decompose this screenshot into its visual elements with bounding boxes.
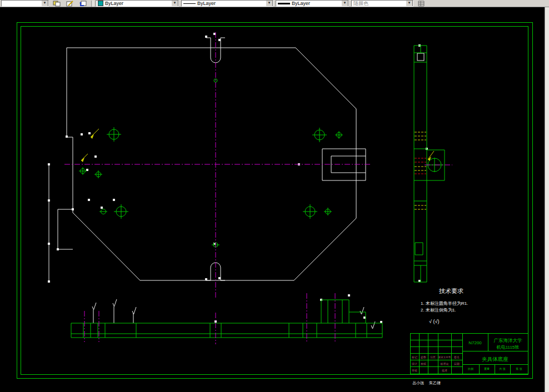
make-object-layer-current-icon xyxy=(66,1,74,7)
tech-note-2: 2. 未标注倒角为1. xyxy=(421,308,456,313)
drawing-canvas[interactable]: 技术要求 1. 未标注圆角半径为R1. 2. 未标注倒角为1. √ (√) 丛小… xyxy=(0,0,549,392)
cell-label: 更改文件号 xyxy=(438,355,451,359)
lineweight-swatch-icon xyxy=(278,3,290,4)
color-swatch-icon xyxy=(98,1,103,6)
hole xyxy=(99,209,107,214)
checker-name: 朱乙锺 xyxy=(429,381,441,385)
layer-properties-icon xyxy=(53,1,61,7)
finish-note: √ (√) xyxy=(429,319,439,324)
chevron-down-icon[interactable]: ▼ xyxy=(171,0,178,7)
finish-leaders xyxy=(93,306,133,323)
color-control-value: ByLayer xyxy=(105,1,123,6)
linetype-control[interactable]: ByLayer ▼ xyxy=(181,0,273,7)
cell-label: 日期 xyxy=(454,362,460,366)
lineweight-control-value: ByLayer xyxy=(292,1,310,6)
finish-mark xyxy=(371,321,375,329)
designer-name: 丛小强 xyxy=(412,381,424,385)
hole xyxy=(94,170,102,178)
cell-label: 分区 xyxy=(430,355,436,359)
finish-mark xyxy=(132,307,136,314)
cell-label: 批准 xyxy=(442,369,447,373)
side-view xyxy=(414,46,445,282)
cell-label: 比例 xyxy=(468,367,473,371)
drawing-number: N7200 xyxy=(468,340,482,345)
linetype-control-value: ByLayer xyxy=(197,1,216,6)
hole xyxy=(312,128,327,142)
layer-previous-icon xyxy=(79,1,87,7)
hole xyxy=(114,204,128,219)
layer-properties-button[interactable] xyxy=(51,0,62,7)
plotstyle-control[interactable]: 随颜色 ▼ xyxy=(351,0,413,7)
title-block-grid-labels: 标记 处数 分区 更改文件号 签名 设计 校核 标准化 日期 审核 批准 xyxy=(411,355,460,373)
properties-toolbar: ▼ ByLayer ▼ ByLayer ▼ ByLayer ▼ xyxy=(0,0,549,7)
plotstyle-control-value: 随颜色 xyxy=(353,0,368,7)
grip-points xyxy=(48,33,428,323)
finish-mark xyxy=(360,307,364,314)
hole xyxy=(79,167,87,175)
title-block-text: N7200 广东海洋大学 机电1115班 夹具体底座 比例 重量 共 张 第 张 xyxy=(468,338,522,371)
hole xyxy=(107,127,121,142)
lineweight-control[interactable]: ByLayer ▼ xyxy=(276,0,349,7)
cell-label: 共 张 xyxy=(499,367,505,371)
hole xyxy=(324,208,332,215)
hole xyxy=(303,204,317,219)
cell-label: 校核 xyxy=(420,362,426,365)
chevron-down-icon[interactable]: ▼ xyxy=(406,0,413,7)
finish-mark xyxy=(113,299,117,306)
cell-label: 处数 xyxy=(421,355,426,359)
make-object-layer-current-button[interactable] xyxy=(64,0,76,7)
vertical-scrollbar[interactable] xyxy=(545,7,549,392)
cell-label: 标记 xyxy=(411,355,417,359)
red-hidden-lines xyxy=(415,158,426,174)
cell-label: 第 张 xyxy=(516,367,522,371)
toolbar-grid-icon xyxy=(418,1,425,7)
part-name: 夹具体底座 xyxy=(482,356,508,362)
cell-label: 审核 xyxy=(412,369,417,372)
class-name: 机电1115班 xyxy=(496,345,520,350)
cell-label: 重量 xyxy=(484,367,490,370)
layer-control[interactable]: ▼ xyxy=(1,0,49,7)
chevron-down-icon[interactable]: ▼ xyxy=(41,0,48,7)
left-notch xyxy=(58,209,73,249)
tech-requirements: 技术要求 1. 未标注圆角半径为R1. 2. 未标注倒角为1. √ (√) 丛小… xyxy=(412,288,468,385)
cell-label: 设计 xyxy=(411,362,417,365)
yellow-arrowheads xyxy=(81,134,431,162)
cell-label: 签名 xyxy=(454,355,460,359)
chevron-down-icon[interactable]: ▼ xyxy=(266,0,273,7)
linetype-swatch-icon xyxy=(183,3,196,4)
toolbar-options-button[interactable] xyxy=(416,0,427,7)
bottom-view xyxy=(71,300,382,338)
finish-mark xyxy=(92,303,96,310)
green-geometry xyxy=(71,46,528,374)
drawing-frame xyxy=(17,22,532,378)
chevron-down-icon[interactable]: ▼ xyxy=(341,0,348,7)
layer-previous-button[interactable] xyxy=(78,0,89,7)
school-name: 广东海洋大学 xyxy=(494,338,523,343)
yellow-marks xyxy=(81,129,434,209)
tech-requirements-title: 技术要求 xyxy=(439,288,463,294)
toolbar-separator xyxy=(91,1,93,7)
color-control[interactable]: ByLayer ▼ xyxy=(96,0,179,7)
cell-label: 标准化 xyxy=(440,362,449,366)
main-view-outline xyxy=(49,38,424,329)
hole xyxy=(335,131,343,139)
side-view-detail xyxy=(417,53,424,61)
tech-note-1: 1. 未标注圆角半径为R1. xyxy=(421,301,468,306)
centerlines xyxy=(64,32,452,344)
